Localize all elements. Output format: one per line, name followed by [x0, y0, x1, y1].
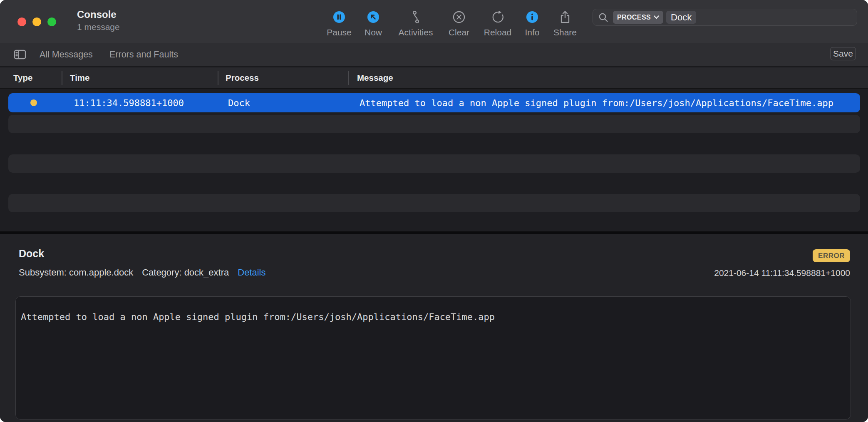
tab-errors-and-faults[interactable]: Errors and Faults: [109, 43, 178, 66]
search-term-label: Dock: [671, 12, 692, 23]
detail-process-title: Dock: [19, 248, 44, 260]
window-title: Console: [77, 9, 120, 20]
detail-timestamp: 2021-06-14 11:11:34.598881+1000: [714, 268, 850, 278]
column-header-message[interactable]: Message: [357, 73, 393, 83]
share-button[interactable]: Share: [538, 10, 592, 37]
search-term-token[interactable]: Dock: [666, 11, 696, 24]
minimize-window-button[interactable]: [32, 17, 41, 26]
empty-row-stripe: [8, 154, 860, 173]
info-icon: [526, 10, 538, 24]
sidebar-icon: [13, 48, 27, 63]
column-resize-handle[interactable]: [348, 71, 349, 85]
pause-icon: [333, 10, 345, 24]
log-row-selected[interactable]: 11:11:34.598881+1000 Dock Attempted to l…: [8, 93, 860, 112]
log-message: Attempted to load a non Apple signed plu…: [360, 93, 833, 112]
detail-category: Category: dock_extra: [142, 267, 229, 278]
search-field[interactable]: PROCESS Dock: [593, 9, 857, 26]
search-filter-label: PROCESS: [617, 14, 651, 21]
now-label: Now: [365, 27, 382, 37]
clear-label: Clear: [449, 27, 469, 37]
table-header: Type Time Process Message: [0, 66, 868, 89]
share-icon: [559, 10, 571, 24]
details-link[interactable]: Details: [238, 267, 265, 278]
search-icon: [598, 12, 609, 23]
column-header-time[interactable]: Time: [70, 73, 89, 83]
tab-all-messages[interactable]: All Messages: [40, 43, 93, 66]
error-type-dot: [30, 93, 37, 112]
close-window-button[interactable]: [17, 17, 26, 26]
reload-icon: [491, 10, 504, 24]
share-label: Share: [553, 27, 577, 37]
now-icon: [367, 10, 379, 24]
window-title-block: Console 1 message: [77, 9, 120, 32]
traffic-lights: [17, 17, 56, 26]
toolbar: Console 1 message Pause Now Activities: [0, 0, 868, 43]
column-resize-handle[interactable]: [62, 71, 62, 85]
activities-label: Activities: [399, 27, 433, 37]
tab-bar: All Messages Errors and Faults Save: [0, 43, 868, 66]
zoom-window-button[interactable]: [47, 17, 56, 26]
detail-message-box[interactable]: Attempted to load a non Apple signed plu…: [15, 296, 851, 420]
column-header-process[interactable]: Process: [226, 73, 259, 83]
detail-pane: Dock ERROR Subsystem: com.apple.dock Cat…: [0, 234, 868, 422]
search-filter-token[interactable]: PROCESS: [613, 11, 663, 24]
info-label: Info: [525, 27, 539, 37]
column-resize-handle[interactable]: [218, 71, 218, 85]
empty-row-stripe: [8, 115, 860, 133]
detail-meta-row: Subsystem: com.apple.dock Category: dock…: [19, 267, 266, 278]
activities-icon: [409, 10, 422, 24]
chevron-down-icon: [654, 15, 659, 19]
clear-icon: [453, 10, 465, 24]
error-badge: ERROR: [813, 249, 850, 262]
save-button[interactable]: Save: [830, 47, 856, 60]
detail-subsystem: Subsystem: com.apple.dock: [19, 267, 133, 278]
empty-row-stripe: [8, 194, 860, 212]
message-count: 1 message: [77, 22, 120, 32]
log-table: 11:11:34.598881+1000 Dock Attempted to l…: [0, 89, 868, 231]
log-process: Dock: [228, 93, 250, 112]
log-time: 11:11:34.598881+1000: [74, 93, 184, 112]
column-header-type[interactable]: Type: [13, 73, 32, 83]
console-window: Console 1 message Pause Now Activities: [0, 0, 868, 422]
sidebar-toggle-button[interactable]: [13, 48, 27, 63]
